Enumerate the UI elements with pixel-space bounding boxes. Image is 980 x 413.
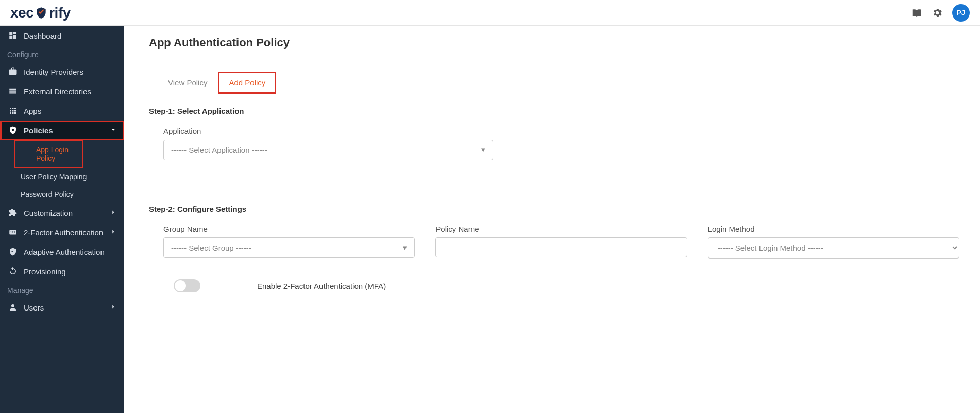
- avatar-initials: PJ: [957, 9, 965, 16]
- page-title: App Authentication Policy: [149, 36, 959, 56]
- divider: [157, 190, 951, 190]
- sidebar-item-customization[interactable]: Customization: [0, 203, 124, 222]
- logo-text-post: rify: [49, 5, 71, 21]
- logo-text-pre: xec: [10, 5, 33, 21]
- caret-down-icon: ▾: [481, 145, 485, 154]
- chevron-right-icon: [110, 303, 117, 312]
- caret-down-icon: ▾: [403, 243, 407, 252]
- tab-add-policy[interactable]: Add Policy: [218, 72, 276, 94]
- login-method-label: Login Method: [708, 225, 959, 233]
- sidebar-sub-password-policy[interactable]: Password Policy: [0, 185, 124, 203]
- header: xec rify PJ: [0, 0, 980, 26]
- sidebar-item-label: Provisioning: [24, 267, 66, 276]
- book-icon[interactable]: [911, 7, 922, 19]
- header-actions: PJ: [911, 4, 970, 22]
- sidebar-item-dashboard[interactable]: Dashboard: [0, 26, 124, 45]
- group-name-label: Group Name: [163, 225, 415, 233]
- gear-icon[interactable]: [932, 7, 943, 19]
- chevron-down-icon: [110, 126, 117, 135]
- sidebar-item-label: Apps: [24, 107, 41, 115]
- chevron-right-icon: [110, 228, 117, 237]
- sidebar-item-label: Customization: [24, 209, 73, 217]
- lock-icon: 123: [7, 228, 19, 237]
- policy-name-input[interactable]: [435, 237, 687, 257]
- sidebar-item-idp[interactable]: Identity Providers: [0, 62, 124, 81]
- sidebar-item-label: External Directories: [24, 87, 91, 96]
- policy-name-label: Policy Name: [435, 225, 687, 233]
- user-icon: [7, 303, 19, 312]
- application-select[interactable]: ------ Select Application ------ ▾: [163, 140, 493, 160]
- step1-title: Step-1: Select Application: [149, 107, 959, 115]
- sidebar-item-label: Dashboard: [24, 31, 61, 40]
- sidebar-sub-label: Password Policy: [21, 190, 74, 198]
- dashboard-icon: [7, 31, 19, 40]
- application-select-value: ------ Select Application ------: [171, 146, 267, 154]
- divider: [157, 175, 951, 175]
- main-content: App Authentication Policy View Policy Ad…: [124, 26, 980, 413]
- sidebar-sub-app-login-policy[interactable]: App Login Policy: [14, 140, 83, 168]
- sidebar-item-apps[interactable]: Apps: [0, 101, 124, 121]
- tab-label: Add Policy: [229, 78, 265, 87]
- logo: xec rify: [10, 5, 71, 21]
- grid-icon: [7, 106, 19, 115]
- mfa-toggle[interactable]: [174, 279, 200, 292]
- group-select-value: ------ Select Group ------: [171, 244, 251, 252]
- shield-icon: [7, 126, 19, 135]
- sidebar-item-provisioning[interactable]: Provisioning: [0, 262, 124, 281]
- puzzle-icon: [7, 208, 19, 217]
- login-method-select[interactable]: ------ Select Login Method ------: [708, 237, 959, 259]
- sidebar-item-adaptive[interactable]: Adaptive Authentication: [0, 242, 124, 262]
- group-select[interactable]: ------ Select Group ------ ▾: [163, 237, 415, 258]
- sidebar-item-label: Users: [24, 303, 44, 312]
- list-icon: [7, 87, 19, 96]
- sidebar-item-label: 2-Factor Authentication: [24, 228, 103, 237]
- sidebar-item-2fa[interactable]: 123 2-Factor Authentication: [0, 222, 124, 242]
- sidebar-sub-user-policy-mapping[interactable]: User Policy Mapping: [0, 168, 124, 185]
- tab-view-policy[interactable]: View Policy: [157, 72, 218, 94]
- tab-label: View Policy: [168, 78, 207, 87]
- application-label: Application: [163, 127, 959, 135]
- tab-row: View Policy Add Policy: [157, 72, 959, 94]
- sidebar-section-configure: Configure: [0, 45, 124, 62]
- step2-title: Step-2: Configure Settings: [149, 204, 959, 213]
- svg-text:123: 123: [10, 231, 16, 234]
- sidebar: Dashboard Configure Identity Providers E…: [0, 26, 124, 413]
- briefcase-icon: [7, 67, 19, 76]
- sync-icon: [7, 267, 19, 276]
- sidebar-sub-label: User Policy Mapping: [21, 173, 87, 181]
- shield-check-icon: [7, 247, 19, 256]
- chevron-right-icon: [110, 209, 117, 217]
- sidebar-item-users[interactable]: Users: [0, 298, 124, 317]
- sidebar-sub-label: App Login Policy: [36, 146, 69, 162]
- sidebar-section-manage: Manage: [0, 281, 124, 298]
- sidebar-item-label: Identity Providers: [24, 67, 83, 76]
- logo-shield-icon: [35, 6, 48, 20]
- svg-point-0: [12, 129, 14, 131]
- mfa-toggle-label: Enable 2-Factor Authentication (MFA): [257, 282, 386, 290]
- avatar[interactable]: PJ: [952, 4, 970, 22]
- sidebar-item-label: Policies: [24, 126, 53, 135]
- sidebar-item-policies[interactable]: Policies: [0, 121, 124, 140]
- sidebar-item-extdir[interactable]: External Directories: [0, 81, 124, 101]
- sidebar-item-label: Adaptive Authentication: [24, 248, 105, 256]
